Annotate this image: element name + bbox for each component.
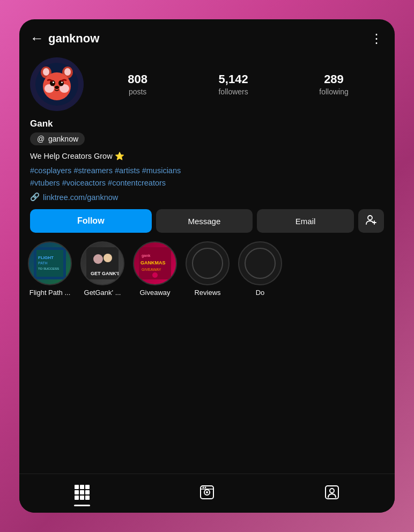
highlight-item[interactable]: GET GANK'D GetGank' ...	[80, 241, 124, 297]
back-button[interactable]: ← ganknow	[30, 30, 99, 47]
following-count: 289	[324, 72, 344, 86]
svg-point-11	[61, 82, 63, 83]
highlight-circle: gank GANKMAS GIVEAWAY	[133, 241, 177, 285]
link-icon: 🔗	[30, 193, 40, 202]
svg-text:TO SUCCESS: TO SUCCESS	[38, 267, 59, 270]
bottom-nav	[19, 474, 395, 513]
message-button[interactable]: Message	[156, 209, 253, 233]
followers-label: followers	[218, 87, 248, 96]
profile-top: 808 posts 5,142 followers 289 following	[30, 57, 384, 111]
highlight-label: Giveaway	[139, 289, 170, 297]
svg-point-37	[204, 487, 206, 489]
back-icon: ←	[30, 30, 44, 47]
svg-point-36	[202, 487, 204, 489]
bio-section: Gank @ ganknow We Help Creators Grow ⭐ #…	[30, 119, 384, 202]
nav-tagged[interactable]	[314, 483, 350, 502]
svg-point-12	[55, 86, 59, 89]
svg-point-3	[43, 68, 49, 76]
posts-stat[interactable]: 808 posts	[128, 72, 147, 96]
svg-text:PATH: PATH	[38, 261, 48, 265]
display-name: Gank	[30, 119, 384, 129]
header: ← ganknow ⋮	[19, 19, 395, 53]
svg-text:FLIGHT: FLIGHT	[38, 255, 54, 260]
svg-point-39	[330, 489, 334, 493]
svg-text:GIVEAWAY: GIVEAWAY	[142, 268, 161, 271]
highlight-item[interactable]: Do	[238, 241, 282, 297]
stats-container: 808 posts 5,142 followers 289 following	[92, 72, 384, 96]
bio-hashtags: #cosplayers #streamers #artists #musicia…	[30, 165, 384, 189]
svg-point-34	[206, 491, 208, 493]
svg-point-30	[193, 248, 223, 278]
posts-count: 808	[128, 72, 147, 86]
threads-username: ganknow	[48, 135, 78, 143]
reels-icon	[199, 485, 215, 500]
phone-container: ← ganknow ⋮	[19, 19, 395, 513]
action-buttons: Follow Message Email	[30, 209, 384, 233]
highlight-circle	[238, 241, 282, 285]
posts-label: posts	[129, 87, 146, 96]
svg-text:GET GANK'D: GET GANK'D	[91, 271, 119, 276]
following-stat[interactable]: 289 following	[319, 72, 348, 96]
highlight-item[interactable]: gank GANKMAS GIVEAWAY Giveaway	[133, 241, 177, 297]
svg-text:gank: gank	[142, 254, 150, 258]
svg-point-31	[245, 248, 275, 278]
svg-point-13	[368, 216, 372, 220]
svg-point-29	[152, 272, 158, 278]
followers-count: 5,142	[219, 72, 248, 86]
profile-section: 808 posts 5,142 followers 289 following …	[19, 53, 395, 241]
highlight-circle	[186, 241, 230, 285]
nav-grid[interactable]	[64, 483, 100, 502]
highlight-item[interactable]: FLIGHT PATH TO SUCCESS Flight Path ...	[28, 241, 72, 297]
svg-point-23	[104, 254, 112, 262]
threads-icon: @	[36, 135, 45, 143]
avatar[interactable]	[30, 57, 84, 111]
highlight-label: GetGank' ...	[84, 289, 121, 297]
nav-reels[interactable]	[189, 483, 225, 502]
highlights-section: FLIGHT PATH TO SUCCESS Flight Path ... G…	[19, 241, 395, 297]
bio-line1: We Help Creators Grow ⭐	[30, 151, 384, 162]
bio-link[interactable]: 🔗 linktree.com/ganknow	[30, 193, 384, 202]
highlight-label: Do	[256, 289, 265, 297]
profile-username: ganknow	[48, 32, 99, 46]
grid-icon	[75, 485, 90, 500]
avatar-image	[35, 63, 78, 106]
add-person-icon	[366, 215, 376, 225]
tagged-icon	[324, 485, 339, 500]
highlight-circle: GET GANK'D	[80, 241, 124, 285]
follow-button[interactable]: Follow	[30, 209, 152, 233]
highlight-label: Reviews	[194, 289, 220, 297]
add-friend-button[interactable]	[358, 209, 384, 233]
svg-text:GANKMAS: GANKMAS	[141, 260, 166, 265]
following-label: following	[319, 87, 348, 96]
highlight-circle: FLIGHT PATH TO SUCCESS	[28, 241, 72, 285]
email-button[interactable]: Email	[257, 209, 354, 233]
highlight-item[interactable]: Reviews	[186, 241, 230, 297]
followers-stat[interactable]: 5,142 followers	[218, 72, 248, 96]
svg-point-10	[53, 82, 54, 83]
svg-point-4	[64, 68, 71, 76]
link-text: linktree.com/ganknow	[43, 193, 118, 202]
more-options-icon[interactable]: ⋮	[370, 31, 384, 46]
svg-point-22	[93, 254, 103, 264]
threads-handle[interactable]: @ ganknow	[30, 132, 85, 145]
highlight-label: Flight Path ...	[29, 289, 71, 297]
